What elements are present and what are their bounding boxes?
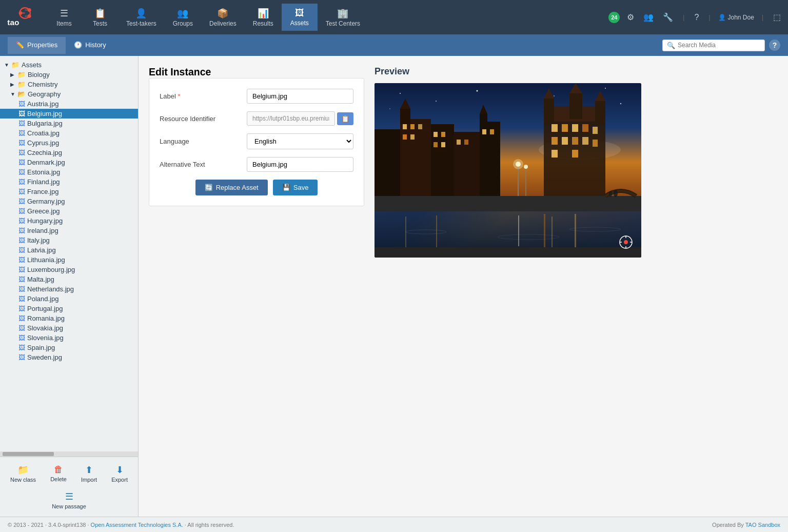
sidebar-item-hungary[interactable]: 🖼 Hungary.jpg (0, 216, 138, 226)
nav-deliveries-item[interactable]: 📦 Deliveries (201, 4, 245, 31)
nav-items-item[interactable]: ☰ Items (46, 4, 82, 31)
file-icon-portugal: 🖼 (18, 305, 25, 312)
svg-rect-58 (482, 129, 486, 134)
main-layout: ▼ 📁 Assets ▶ 📁 Biology ▶ 📁 Chemistry ▼ 📂… (0, 56, 788, 517)
wrench-icon[interactable]: 🔧 (661, 10, 675, 24)
save-button[interactable]: 💾 Save (273, 180, 318, 195)
search-media-input[interactable] (678, 42, 760, 49)
tab-properties[interactable]: ✏️ Properties (8, 37, 66, 54)
nav-groups-item[interactable]: 👥 Groups (165, 4, 201, 31)
file-label-netherlands: Netherlands.jpg (27, 285, 74, 293)
notification-badge[interactable]: 24 (608, 12, 620, 23)
sidebar-item-denmark[interactable]: 🖼 Denmark.jpg (0, 157, 138, 167)
footer-sandbox-link[interactable]: TAO Sandbox (745, 522, 780, 528)
sidebar-item-romania[interactable]: 🖼 Romania.jpg (0, 313, 138, 323)
file-icon-sweden: 🖼 (18, 353, 25, 361)
svg-rect-76 (375, 247, 641, 258)
sidebar-item-finland[interactable]: 🖼 Finland.jpg (0, 177, 138, 187)
file-label-romania: Romania.jpg (27, 314, 65, 322)
sidebar-item-sweden[interactable]: 🖼 Sweden.jpg (0, 352, 138, 362)
nav-tests-item[interactable]: 📋 Tests (82, 4, 118, 31)
sidebar-item-italy[interactable]: 🖼 Italy.jpg (0, 235, 138, 245)
new-passage-button[interactable]: ☰ New passage (4, 488, 134, 513)
sidebar-item-france[interactable]: 🖼 France.jpg (0, 187, 138, 196)
sidebar-item-portugal[interactable]: 🖼 Portugal.jpg (0, 304, 138, 313)
sidebar-item-netherlands[interactable]: 🖼 Netherlands.jpg (0, 284, 138, 294)
label-group: Label * (160, 89, 353, 104)
import-button[interactable]: ⬆ Import (76, 461, 102, 486)
nav-assets-item[interactable]: 🖼 Assets (282, 4, 318, 31)
users-icon[interactable]: 👥 (641, 10, 656, 24)
sidebar-item-latvia[interactable]: 🖼 Latvia.jpg (0, 245, 138, 255)
sidebar-item-luxembourg[interactable]: 🖼 Luxembourg.jpg (0, 265, 138, 274)
sidebar-item-chemistry[interactable]: ▶ 📁 Chemistry (0, 80, 138, 89)
svg-point-77 (614, 190, 618, 197)
edit-instance-panel: Edit Instance Label * Resource Identifie… (149, 66, 364, 206)
settings-icon[interactable]: ⚙ (625, 10, 636, 24)
nav-results-item[interactable]: 📊 Results (245, 4, 282, 31)
sidebar-item-belgium[interactable]: 🖼 Belgium.jpg (0, 109, 138, 119)
sidebar-item-czechia[interactable]: 🖼 Czechia.jpg (0, 148, 138, 157)
svg-point-80 (624, 240, 628, 244)
chemistry-folder-icon: 📁 (17, 81, 26, 88)
nav-items-label: Items (56, 20, 71, 27)
sidebar-item-slovenia[interactable]: 🖼 Slovenia.jpg (0, 333, 138, 343)
export-button[interactable]: ⬇ Export (106, 461, 133, 486)
sidebar-item-ireland[interactable]: 🖼 Ireland.jpg (0, 226, 138, 235)
sidebar-item-spain[interactable]: 🖼 Spain.jpg (0, 343, 138, 352)
resource-id-label: Resource Identifier (160, 115, 242, 123)
new-passage-icon: ☰ (65, 491, 73, 502)
sidebar-item-greece[interactable]: 🖼 Greece.jpg (0, 206, 138, 216)
delete-button[interactable]: 🗑 Delete (45, 461, 72, 486)
alt-text-input[interactable] (247, 157, 353, 172)
svg-rect-31 (562, 137, 568, 145)
sidebar-hscroll[interactable] (0, 451, 138, 457)
new-class-icon: 📁 (17, 464, 29, 476)
svg-rect-54 (434, 142, 438, 147)
sidebar-item-croatia[interactable]: 🖼 Croatia.jpg (0, 128, 138, 138)
export-label: Export (111, 477, 128, 483)
nav-test-centers-item[interactable]: 🏢 Test Centers (318, 4, 368, 31)
sidebar-item-lithuania[interactable]: 🖼 Lithuania.jpg (0, 255, 138, 265)
file-label-luxembourg: Luxembourg.jpg (27, 266, 75, 273)
sidebar-item-slovakia[interactable]: 🖼 Slovakia.jpg (0, 323, 138, 333)
sidebar-item-malta[interactable]: 🖼 Malta.jpg (0, 274, 138, 284)
language-select[interactable]: English French German (247, 133, 353, 149)
geography-toggle-icon: ▼ (10, 91, 16, 97)
svg-rect-32 (572, 137, 578, 145)
separator-2: | (708, 14, 710, 21)
sidebar-item-austria[interactable]: 🖼 Austria.jpg (0, 99, 138, 109)
file-icon-lithuania: 🖼 (18, 256, 25, 264)
svg-rect-55 (441, 142, 445, 147)
logout-icon[interactable]: ⬚ (771, 10, 783, 24)
app-logo[interactable]: tao (5, 5, 36, 30)
sidebar-item-germany[interactable]: 🖼 Germany.jpg (0, 196, 138, 206)
sidebar-item-bulgaria[interactable]: 🖼 Bulgaria.jpg (0, 119, 138, 128)
svg-rect-59 (490, 129, 494, 134)
sidebar-item-biology[interactable]: ▶ 📁 Biology (0, 70, 138, 80)
tab-history[interactable]: 🕐 History (66, 37, 114, 54)
resource-id-input[interactable] (247, 111, 335, 126)
footer-copyright: © 2013 - 2021 · 3.4.0-sprint138 · (8, 522, 91, 528)
sidebar-item-estonia[interactable]: 🖼 Estonia.jpg (0, 167, 138, 177)
sidebar-item-poland[interactable]: 🖼 Poland.jpg (0, 294, 138, 304)
file-icon-italy: 🖼 (18, 237, 25, 244)
svg-rect-69 (575, 214, 576, 252)
nav-test-takers-item[interactable]: 👤 Test-takers (118, 4, 165, 31)
sub-nav-help-button[interactable]: ? (769, 40, 780, 51)
copy-resource-id-button[interactable]: 📋 (337, 112, 353, 125)
replace-asset-button[interactable]: 🔄 Replace Asset (195, 180, 268, 195)
language-group: Language English French German (160, 133, 353, 149)
user-menu[interactable]: 👤 John Doe (718, 14, 754, 21)
new-class-button[interactable]: 📁 New class (5, 461, 41, 486)
footer-company-link[interactable]: Open Assessment Technologies S.A. (91, 522, 183, 528)
file-icon-greece: 🖼 (18, 207, 25, 215)
chemistry-toggle-icon: ▶ (10, 82, 16, 87)
sidebar-root-assets[interactable]: ▼ 📁 Assets (0, 60, 138, 70)
svg-rect-27 (562, 124, 568, 132)
sidebar-item-cyprus[interactable]: 🖼 Cyprus.jpg (0, 138, 138, 148)
file-icon-finland: 🖼 (18, 178, 25, 186)
sidebar-item-geography[interactable]: ▼ 📂 Geography (0, 89, 138, 99)
label-input[interactable] (247, 89, 353, 104)
help-icon[interactable]: ? (692, 11, 701, 24)
